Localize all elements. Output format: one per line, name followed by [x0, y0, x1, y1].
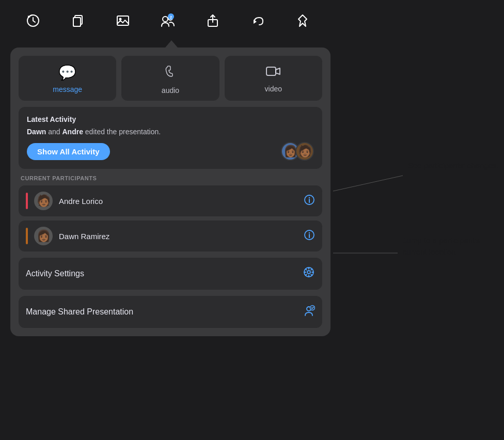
- participant-row-dawn[interactable]: 👩🏾 Dawn Ramirez: [19, 221, 322, 252]
- svg-line-27: [306, 269, 307, 270]
- participant-info-icon-dawn[interactable]: [304, 229, 315, 243]
- message-label: message: [53, 85, 82, 93]
- media-icon[interactable]: [112, 9, 134, 32]
- svg-rect-14: [266, 67, 276, 75]
- svg-marker-13: [254, 20, 257, 24]
- avatar-andre: 🧑🏾: [295, 142, 314, 161]
- participants-section: CURRENT PARTICIPANTS 🧑🏾 Andre Lorico 👩🏾 …: [19, 175, 322, 252]
- participant-name-andre: Andre Lorico: [59, 197, 297, 206]
- history-icon[interactable]: [22, 9, 44, 32]
- callout-changes: See participants' changes.: [408, 160, 498, 171]
- svg-line-29: [306, 274, 307, 275]
- latest-activity-title: Latest Activity: [27, 115, 314, 123]
- activity-settings-button[interactable]: Activity Settings: [19, 258, 322, 290]
- video-icon: [265, 64, 281, 81]
- svg-point-6: [119, 18, 121, 21]
- callout-location: Jump to a participant's current location…: [403, 235, 496, 258]
- svg-rect-3: [73, 18, 81, 26]
- share-icon[interactable]: [201, 9, 224, 32]
- callout-location-text: Jump to a participant's current location…: [403, 235, 496, 258]
- participant-avatar-andre: 🧑🏾: [34, 192, 53, 210]
- audio-button[interactable]: audio: [121, 56, 219, 101]
- audio-icon: [163, 64, 178, 82]
- activity-settings-icon: [303, 266, 315, 281]
- undo-icon[interactable]: [246, 9, 269, 32]
- svg-text:2: 2: [170, 15, 172, 20]
- participant-info-icon-andre[interactable]: [304, 194, 315, 208]
- comm-buttons-row: 💬 message audio video: [19, 56, 322, 101]
- participant-color-dawn: [26, 228, 28, 244]
- collab-icon[interactable]: 2: [156, 9, 179, 32]
- latest-activity-section: Latest Activity Dawn and Andre edited th…: [19, 107, 322, 169]
- svg-rect-5: [117, 16, 129, 25]
- video-button[interactable]: video: [225, 56, 322, 101]
- copy-icon[interactable]: [67, 9, 89, 32]
- participant-color-andre: [26, 193, 28, 209]
- svg-line-28: [311, 274, 312, 275]
- svg-line-30: [311, 269, 312, 270]
- participants-label: CURRENT PARTICIPANTS: [19, 175, 322, 181]
- manage-shared-button[interactable]: Manage Shared Presentation: [19, 296, 322, 328]
- svg-point-7: [163, 17, 168, 22]
- participant-name-dawn: Dawn Ramirez: [59, 232, 297, 241]
- participant-row-andre[interactable]: 🧑🏾 Andre Lorico: [19, 185, 322, 216]
- video-label: video: [265, 85, 282, 93]
- participant-avatar-dawn: 👩🏾: [34, 227, 53, 245]
- message-icon: 💬: [58, 64, 76, 81]
- manage-shared-icon: [303, 304, 315, 320]
- audio-label: audio: [162, 86, 179, 95]
- svg-point-22: [307, 271, 310, 274]
- manage-shared-label: Manage Shared Presentation: [26, 307, 133, 317]
- show-all-activity-button[interactable]: Show All Activity: [27, 143, 110, 160]
- svg-line-34: [333, 176, 403, 191]
- avatar-stack: 👩🏾 🧑🏾: [281, 142, 314, 161]
- collaboration-panel: 💬 message audio video Latest Activity: [10, 48, 330, 336]
- svg-point-17: [309, 197, 310, 198]
- message-button[interactable]: 💬 message: [19, 56, 116, 101]
- callout-changes-text: See participants' changes.: [408, 160, 498, 171]
- activity-description: Dawn and Andre edited the presentation.: [27, 128, 314, 136]
- panel-pointer: [165, 40, 178, 48]
- activity-row: Show All Activity 👩🏾 🧑🏾: [27, 142, 314, 161]
- toolbar: 2: [0, 0, 336, 41]
- pin-icon[interactable]: [291, 9, 314, 32]
- activity-settings-label: Activity Settings: [26, 269, 84, 278]
- svg-point-20: [309, 232, 310, 233]
